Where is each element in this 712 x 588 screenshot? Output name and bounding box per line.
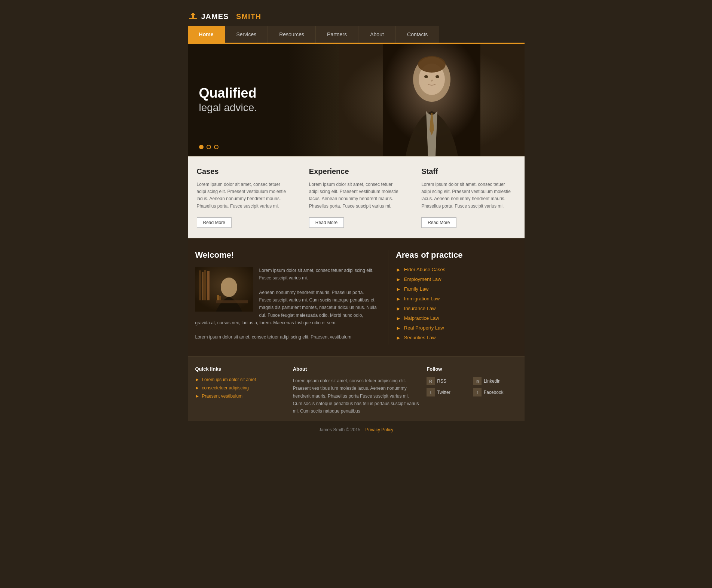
logo-icon — [188, 11, 198, 22]
area-family-law[interactable]: ► Family Law — [396, 286, 517, 292]
about-text: Lorem ipsum dolor sit amet, consec tetue… — [293, 377, 419, 415]
svg-point-15 — [221, 278, 237, 297]
welcome-col: Welcome! — [195, 250, 388, 344]
svg-rect-11 — [199, 270, 201, 300]
area-securities-law[interactable]: ► Securities Law — [396, 335, 517, 341]
nav-home[interactable]: Home — [188, 26, 225, 43]
arrow-icon: ► — [396, 286, 401, 292]
footer-about: About Lorem ipsum dolor sit amet, consec… — [293, 366, 419, 415]
logo-second: SMITH — [236, 12, 261, 21]
area-insurance-law[interactable]: ► Insurance Law — [396, 306, 517, 312]
area-real-property-law[interactable]: ► Real Property Law — [396, 325, 517, 331]
header: JAMES SMITH — [188, 7, 525, 26]
logo-first: JAMES — [201, 12, 229, 21]
hero-text: Qualified legal advice. — [199, 85, 257, 115]
welcome-areas-section: Welcome! — [188, 238, 525, 356]
area-label: Elder Abuse Cases — [404, 267, 446, 272]
svg-rect-17 — [217, 295, 219, 300]
nav-services[interactable]: Services — [225, 26, 268, 43]
nav-resources[interactable]: Resources — [268, 26, 316, 43]
hero-title: Qualified — [199, 85, 257, 101]
area-label: Real Property Law — [404, 325, 444, 331]
stats-row: Cases Lorem ipsum dolor sit amet, consec… — [188, 156, 525, 238]
quicklink-1[interactable]: ► Lorem ipsum dolor sit amet — [195, 377, 285, 382]
svg-rect-0 — [189, 18, 197, 19]
linkedin-label: Linkedin — [484, 379, 501, 384]
footer: Quick links ► Lorem ipsum dolor sit amet… — [188, 356, 525, 421]
areas-col: Areas of practice ► Elder Abuse Cases ► … — [388, 250, 517, 344]
svg-rect-16 — [216, 300, 248, 303]
arrow-icon: ► — [396, 315, 401, 321]
quicklink-3[interactable]: ► Praesent vestibulum — [195, 393, 285, 399]
slider-dot-2[interactable] — [207, 145, 211, 149]
welcome-heading: Welcome! — [195, 250, 377, 260]
stat-cases-text: Lorem ipsum dolor sit amet, consec tetue… — [197, 181, 291, 210]
slider-dots — [199, 145, 219, 149]
quicklinks-heading: Quick links — [195, 366, 285, 372]
experience-read-more-button[interactable]: Read More — [309, 217, 344, 228]
stat-experience-text: Lorem ipsum dolor sit amet, consec tetue… — [309, 181, 403, 210]
area-label: Immigration Law — [404, 296, 440, 301]
stat-staff: Staff Lorem ipsum dolor sit amet, consec… — [412, 157, 524, 238]
slider-dot-1[interactable] — [199, 145, 204, 149]
stat-staff-text: Lorem ipsum dolor sit amet, consec tetue… — [421, 181, 515, 210]
area-employment-law[interactable]: ► Employment Law — [396, 276, 517, 282]
stat-cases: Cases Lorem ipsum dolor sit amet, consec… — [188, 157, 300, 238]
stat-experience: Experience Lorem ipsum dolor sit amet, c… — [300, 157, 412, 238]
welcome-image — [195, 267, 253, 312]
about-heading: About — [293, 366, 419, 372]
area-immigration-law[interactable]: ► Immigration Law — [396, 296, 517, 302]
quicklink-2[interactable]: ► consectetuer adipiscing — [195, 385, 285, 391]
arrow-icon: ► — [195, 385, 200, 391]
follow-grid: R RSS in Linkedin t Twitter f Facebook — [427, 377, 517, 396]
welcome-text3: Lorem ipsum dolor sit amet, consec tetue… — [195, 333, 377, 341]
slider-dot-3[interactable] — [214, 145, 219, 149]
nav-partners[interactable]: Partners — [316, 26, 358, 43]
stat-experience-title: Experience — [309, 167, 403, 176]
follow-twitter[interactable]: t Twitter — [427, 388, 470, 396]
arrow-icon: ► — [396, 276, 401, 282]
svg-rect-12 — [202, 272, 204, 300]
svg-point-6 — [424, 75, 428, 78]
area-elder-abuse[interactable]: ► Elder Abuse Cases — [396, 267, 517, 273]
hero-banner: Qualified legal advice. — [188, 44, 525, 156]
svg-rect-13 — [204, 270, 206, 300]
stat-staff-title: Staff — [421, 167, 515, 176]
arrow-icon: ► — [396, 335, 401, 341]
area-label: Insurance Law — [404, 306, 436, 311]
area-label: Employment Law — [404, 276, 441, 282]
twitter-label: Twitter — [437, 390, 450, 395]
follow-linkedin[interactable]: in Linkedin — [473, 377, 517, 385]
cases-read-more-button[interactable]: Read More — [197, 217, 232, 228]
follow-facebook[interactable]: f Facebook — [473, 388, 517, 396]
rss-label: RSS — [437, 379, 446, 384]
copyright-text: James Smith © 2015 — [319, 427, 361, 432]
hero-image — [339, 44, 525, 156]
arrow-icon: ► — [195, 393, 200, 399]
privacy-policy-link[interactable]: Privacy Policy — [366, 427, 394, 432]
footer-follow: Follow R RSS in Linkedin t Twitter f Fac… — [427, 366, 517, 415]
arrow-icon: ► — [396, 296, 401, 302]
facebook-icon: f — [473, 388, 482, 396]
nav-about[interactable]: About — [358, 26, 396, 43]
svg-rect-14 — [207, 271, 210, 300]
rss-icon: R — [427, 377, 435, 385]
svg-rect-2 — [191, 14, 195, 15]
area-label: Malpractice Law — [404, 315, 439, 321]
arrow-icon: ► — [396, 306, 401, 312]
footer-quicklinks: Quick links ► Lorem ipsum dolor sit amet… — [195, 366, 285, 415]
svg-point-8 — [418, 56, 446, 73]
main-nav: Home Services Resources Partners About C… — [188, 26, 525, 44]
staff-read-more-button[interactable]: Read More — [421, 217, 456, 228]
area-malpractice-law[interactable]: ► Malpractice Law — [396, 315, 517, 321]
follow-rss[interactable]: R RSS — [427, 377, 470, 385]
areas-heading: Areas of practice — [396, 250, 517, 260]
area-label: Securities Law — [404, 335, 436, 340]
nav-contacts[interactable]: Contacts — [396, 26, 439, 43]
quicklink-label: consectetuer adipiscing — [202, 385, 248, 391]
bottom-bar: James Smith © 2015 Privacy Policy — [188, 421, 525, 438]
twitter-icon: t — [427, 388, 435, 396]
arrow-icon: ► — [396, 325, 401, 331]
svg-point-7 — [436, 75, 439, 78]
quicklink-label: Praesent vestibulum — [202, 393, 242, 399]
